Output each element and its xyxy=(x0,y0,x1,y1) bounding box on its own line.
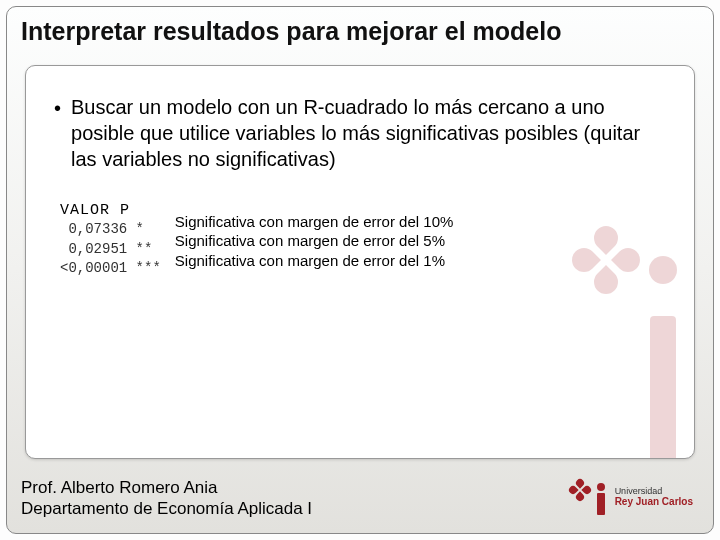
slide-title: Interpretar resultados para mejorar el m… xyxy=(21,17,561,46)
bullet-item: • Buscar un modelo con un R-cuadrado lo … xyxy=(54,94,666,172)
logo-text: Universidad Rey Juan Carlos xyxy=(615,487,693,508)
table-row: <0,00001 *** xyxy=(60,260,161,278)
pvalue-cell: 0,02951 ** xyxy=(60,241,161,259)
pvalue-block: VALOR P 0,07336 * 0,02951 ** <0,00001 **… xyxy=(54,198,666,284)
content-panel: • Buscar un modelo con un R-cuadrado lo … xyxy=(25,65,695,459)
university-logo: Universidad Rey Juan Carlos xyxy=(579,479,693,515)
logo-line2: Rey Juan Carlos xyxy=(615,496,693,507)
table-row: 0,07336 * xyxy=(60,221,161,239)
bullet-text: Buscar un modelo con un R-cuadrado lo má… xyxy=(71,94,666,172)
significance-labels: Significativa con margen de error del 10… xyxy=(175,212,453,271)
pvalue-table: VALOR P 0,07336 * 0,02951 ** <0,00001 **… xyxy=(54,198,169,284)
footer: Prof. Alberto Romero Ania Departamento d… xyxy=(21,477,312,520)
sig-label-10: Significativa con margen de error del 10… xyxy=(175,212,453,232)
logo-line1: Universidad xyxy=(615,487,693,497)
table-row: 0,02951 ** xyxy=(60,241,161,259)
slide-frame: Interpretar resultados para mejorar el m… xyxy=(6,6,714,534)
logo-mark-icon xyxy=(579,479,609,515)
pvalue-cell: <0,00001 *** xyxy=(60,260,161,278)
sig-label-1: Significativa con margen de error del 1% xyxy=(175,251,453,271)
pvalue-header: VALOR P xyxy=(60,202,161,219)
sig-label-5: Significativa con margen de error del 5% xyxy=(175,231,453,251)
pvalue-cell: 0,07336 * xyxy=(60,221,161,239)
footer-department: Departamento de Economía Aplicada I xyxy=(21,498,312,519)
footer-author: Prof. Alberto Romero Ania xyxy=(21,477,312,498)
bullet-marker: • xyxy=(54,94,61,172)
